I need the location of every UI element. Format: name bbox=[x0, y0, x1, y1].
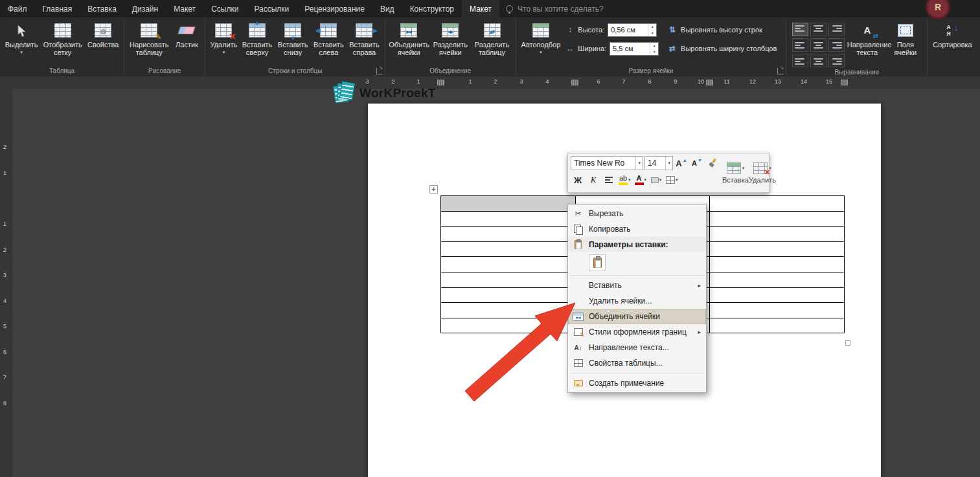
merge-cells-button[interactable]: ▸◂ Объединить ячейки bbox=[388, 19, 429, 56]
mini-delete-button[interactable]: ✕ ▾ Удалить bbox=[749, 153, 776, 192]
insert-below-button[interactable]: ▼ Вставить снизу bbox=[275, 19, 311, 56]
tab-table-design[interactable]: Конструктор bbox=[402, 0, 462, 17]
vertical-ruler[interactable]: 2112345678 bbox=[0, 89, 12, 477]
row-height-input[interactable]: 0,56 см ▲ ▼ bbox=[608, 23, 657, 37]
table-cell[interactable] bbox=[441, 272, 576, 287]
align-middle-right-button[interactable] bbox=[828, 38, 845, 52]
clipped-button[interactable]: П bbox=[975, 19, 980, 49]
table-cell[interactable] bbox=[441, 196, 576, 212]
align-top-right-button[interactable] bbox=[828, 23, 845, 36]
align-middle-center-button[interactable] bbox=[810, 38, 826, 52]
table-cell[interactable] bbox=[441, 211, 576, 227]
tell-me-box[interactable]: Что вы хотите сделать? bbox=[506, 0, 604, 17]
text-direction-button[interactable]: А ⇄ Направление текста bbox=[848, 19, 886, 56]
align-bottom-right-button[interactable] bbox=[828, 54, 845, 67]
table-resize-handle[interactable] bbox=[845, 340, 850, 346]
table-cell[interactable] bbox=[710, 211, 845, 227]
chevron-down-icon[interactable]: ▾ bbox=[659, 177, 662, 183]
table-cell[interactable] bbox=[710, 257, 845, 272]
menu-item-table-properties[interactable]: Свойства таблицы... bbox=[568, 355, 706, 371]
autofit-button[interactable]: ↔ Автоподбор ▾ bbox=[519, 19, 564, 54]
menu-item-border-styles[interactable]: Стили оформления границ ▸ bbox=[568, 324, 706, 340]
mini-insert-button[interactable]: ▾ Вставка bbox=[722, 153, 749, 192]
split-table-button[interactable]: ▴▾ Разделить таблицу bbox=[471, 19, 512, 56]
shading-button[interactable]: ▾ bbox=[649, 173, 663, 187]
tab-file[interactable]: Файл bbox=[0, 0, 35, 17]
table-cell[interactable] bbox=[710, 318, 845, 333]
menu-item-copy[interactable]: Копировать bbox=[568, 221, 706, 237]
borders-button[interactable]: ▾ bbox=[665, 173, 679, 187]
insert-above-button[interactable]: ▲ Вставить сверху bbox=[239, 19, 275, 56]
menu-item-delete-cells[interactable]: Удалить ячейки... bbox=[568, 293, 706, 309]
grow-font-button[interactable]: А ▲ bbox=[674, 156, 689, 170]
table-cell[interactable] bbox=[441, 227, 576, 242]
chevron-down-icon[interactable]: ▾ bbox=[676, 177, 678, 183]
select-button[interactable]: Выделить ▾ bbox=[3, 19, 40, 54]
align-bottom-left-button[interactable] bbox=[792, 54, 808, 67]
format-painter-button[interactable] bbox=[705, 156, 720, 170]
table-cell[interactable] bbox=[710, 227, 845, 242]
tab-design[interactable]: Дизайн bbox=[124, 0, 166, 17]
dialog-launcher-icon[interactable] bbox=[777, 68, 784, 74]
ruler-column-marker-icon[interactable] bbox=[571, 80, 578, 85]
view-gridlines-button[interactable]: Отобразить сетку bbox=[40, 19, 85, 56]
align-bottom-center-button[interactable] bbox=[810, 54, 826, 67]
eraser-button[interactable]: Ластик bbox=[171, 19, 202, 49]
sort-button[interactable]: А Я ↓ Сортировка bbox=[930, 19, 974, 49]
tab-home[interactable]: Главная bbox=[35, 0, 80, 17]
table-cell[interactable] bbox=[441, 318, 576, 333]
shrink-font-button[interactable]: А ▼ bbox=[690, 156, 704, 170]
bold-button[interactable]: Ж bbox=[571, 173, 585, 187]
cell-margins-button[interactable]: Поля ячейки bbox=[886, 19, 924, 56]
menu-item-cut[interactable]: ✂ Вырезать bbox=[568, 206, 706, 221]
align-top-center-button[interactable] bbox=[810, 23, 826, 36]
paste-keep-formatting-button[interactable] bbox=[589, 254, 606, 271]
tab-layout[interactable]: Макет bbox=[166, 0, 203, 17]
tab-insert[interactable]: Вставка bbox=[80, 0, 124, 17]
menu-item-insert[interactable]: Вставить ▸ bbox=[568, 278, 706, 293]
tab-review[interactable]: Рецензирование bbox=[297, 0, 372, 17]
font-size-select[interactable]: 14 ▾ bbox=[644, 156, 673, 170]
distribute-columns-button[interactable]: ⇄ Выровнять ширину столбцов bbox=[664, 41, 781, 56]
italic-button[interactable]: К bbox=[586, 173, 600, 187]
horizontal-ruler[interactable]: 321123456789101112131415 bbox=[0, 76, 980, 89]
spin-up-icon[interactable]: ▲ bbox=[650, 43, 658, 49]
table-cell[interactable] bbox=[441, 241, 576, 257]
chevron-down-icon[interactable]: ▾ bbox=[635, 157, 643, 170]
spin-up-icon[interactable]: ▲ bbox=[648, 24, 656, 30]
table-cell[interactable] bbox=[441, 303, 576, 318]
draw-table-button[interactable]: ✎ Нарисовать таблицу bbox=[127, 19, 171, 56]
distribute-rows-button[interactable]: ⇅ Выровнять высоту строк bbox=[664, 23, 781, 37]
table-cell[interactable] bbox=[441, 257, 576, 272]
table-cell[interactable] bbox=[441, 287, 576, 303]
spin-down-icon[interactable]: ▼ bbox=[648, 30, 656, 36]
spin-down-icon[interactable]: ▼ bbox=[650, 49, 658, 55]
align-top-left-button[interactable] bbox=[792, 23, 808, 36]
ruler-column-marker-icon[interactable] bbox=[706, 80, 713, 85]
dialog-launcher-icon[interactable] bbox=[376, 68, 383, 74]
tab-references[interactable]: Ссылки bbox=[203, 0, 246, 17]
menu-item-new-comment[interactable]: Создать примечание bbox=[568, 375, 706, 391]
insert-right-button[interactable]: ▶ Вставить справа bbox=[347, 19, 382, 56]
align-middle-left-button[interactable] bbox=[792, 38, 808, 52]
menu-item-text-direction[interactable]: A↕ Направление текста... bbox=[568, 340, 706, 355]
table-cell[interactable] bbox=[710, 272, 845, 287]
ruler-column-marker-icon[interactable] bbox=[841, 80, 848, 85]
table-cell[interactable] bbox=[710, 303, 845, 318]
table-cell[interactable] bbox=[710, 241, 845, 257]
split-cells-button[interactable]: ◂▸ Разделить ячейки bbox=[429, 19, 471, 56]
delete-button[interactable]: ✕ Удалить ▾ bbox=[208, 19, 239, 54]
tab-table-layout-active[interactable]: Макет bbox=[462, 0, 499, 17]
font-color-button[interactable]: А ▾ bbox=[633, 173, 648, 187]
font-name-select[interactable]: Times New Ro ▾ bbox=[571, 156, 643, 170]
chevron-down-icon[interactable]: ▾ bbox=[644, 177, 647, 183]
alignment-button[interactable] bbox=[602, 173, 616, 187]
chevron-down-icon[interactable]: ▾ bbox=[628, 177, 631, 183]
col-width-input[interactable]: 5,5 см ▲ ▼ bbox=[610, 42, 659, 56]
tab-view[interactable]: Вид bbox=[372, 0, 402, 17]
table-properties-button[interactable]: ⚙ Свойства bbox=[85, 19, 121, 49]
table-cell[interactable] bbox=[710, 196, 845, 212]
chevron-down-icon[interactable]: ▾ bbox=[665, 157, 672, 170]
table-cell[interactable] bbox=[710, 287, 845, 303]
tab-mailings[interactable]: Рассылки bbox=[246, 0, 297, 17]
